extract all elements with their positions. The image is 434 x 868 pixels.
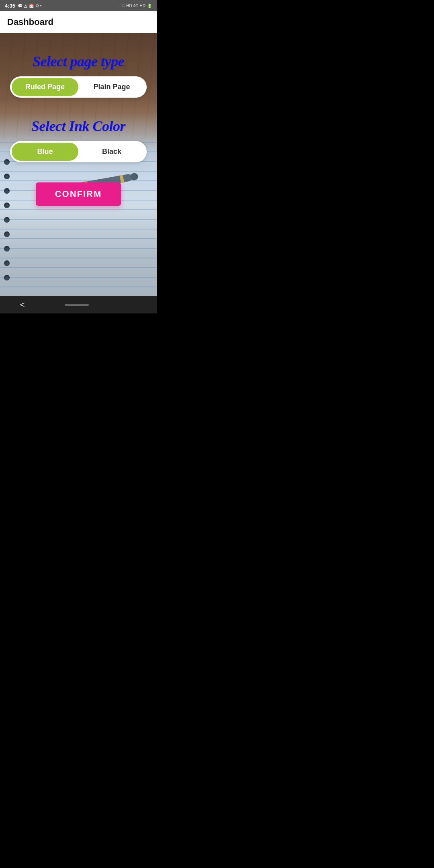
status-time: 4:35 💬 △ 📅 ⊙ • [5, 3, 42, 9]
ink-color-title: Select Ink Color [10, 118, 147, 135]
ink-color-toggle: Blue Black [10, 141, 147, 162]
page-type-title: Select page type [10, 53, 147, 70]
home-indicator[interactable] [65, 304, 89, 306]
status-right-icons: ⊙ HD 4G HD 🔋 [121, 4, 152, 8]
status-app-icons: 💬 △ 📅 ⊙ • [18, 4, 42, 8]
blue-ink-option[interactable]: Blue [12, 143, 78, 161]
plain-page-option[interactable]: Plain Page [78, 78, 145, 96]
page-type-toggle: Ruled Page Plain Page [10, 76, 147, 98]
confirm-button[interactable]: CONFIRM [36, 182, 121, 206]
main-content: Select page type Ruled Page Plain Page S… [0, 33, 157, 296]
page-title: Dashboard [7, 17, 149, 27]
status-bar: 4:35 💬 △ 📅 ⊙ • ⊙ HD 4G HD 🔋 [0, 0, 157, 11]
navigation-bar: < [0, 296, 157, 313]
back-button[interactable]: < [20, 300, 25, 309]
ruled-page-option[interactable]: Ruled Page [12, 78, 78, 96]
app-header: Dashboard [0, 11, 157, 33]
content-overlay: Select page type Ruled Page Plain Page S… [0, 33, 157, 214]
black-ink-option[interactable]: Black [78, 143, 145, 161]
